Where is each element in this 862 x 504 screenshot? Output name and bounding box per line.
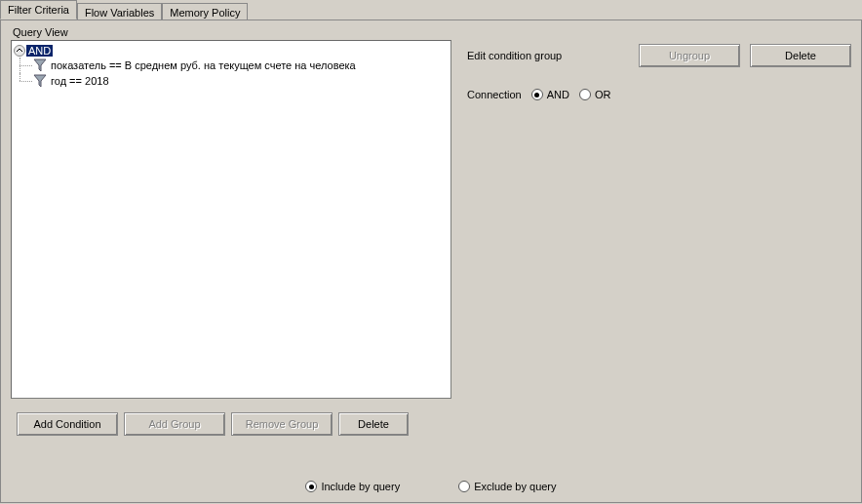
add-group-button: Add Group	[124, 412, 225, 436]
radio-connection-or[interactable]: OR	[579, 89, 611, 100]
connection-label: Connection	[467, 89, 522, 100]
ungroup-button: Ungroup	[639, 44, 740, 67]
radio-dot-icon	[579, 89, 591, 100]
radio-dot-icon	[305, 481, 317, 492]
tab-bar: Filter Criteria Flow Variables Memory Po…	[0, 0, 862, 19]
tree-condition-row[interactable]: показатель == В среднем руб. на текущем …	[12, 58, 451, 73]
radio-dot-icon	[458, 481, 470, 492]
remove-group-button: Remove Group	[231, 412, 333, 436]
tab-flow-variables[interactable]: Flow Variables	[77, 3, 162, 20]
svg-point-0	[15, 45, 25, 56]
filter-panel: Query View AND показат	[0, 19, 862, 503]
radio-include-by-query[interactable]: Include by query	[305, 481, 400, 492]
tree-root-node[interactable]: AND	[12, 43, 451, 58]
radio-or-label: OR	[595, 89, 611, 100]
root-operator-label: AND	[26, 45, 53, 57]
delete-button[interactable]: Delete	[338, 412, 409, 436]
add-condition-button[interactable]: Add Condition	[17, 412, 118, 436]
condition-text: показатель == В среднем руб. на текущем …	[51, 59, 356, 71]
funnel-icon	[33, 74, 47, 88]
radio-and-label: AND	[547, 89, 569, 100]
delete-right-button[interactable]: Delete	[750, 44, 851, 67]
include-label: Include by query	[321, 481, 400, 492]
radio-exclude-by-query[interactable]: Exclude by query	[458, 481, 556, 492]
query-view-label: Query View	[11, 24, 455, 40]
radio-dot-icon	[531, 89, 543, 100]
condition-text: год == 2018	[51, 75, 109, 87]
funnel-icon	[33, 58, 47, 72]
query-tree[interactable]: AND показатель == В среднем руб. на теку…	[11, 40, 451, 399]
tree-condition-row[interactable]: год == 2018	[12, 73, 451, 89]
radio-connection-and[interactable]: AND	[531, 89, 569, 100]
tab-memory-policy[interactable]: Memory Policy	[162, 3, 248, 20]
edit-condition-group-label: Edit condition group	[467, 50, 562, 61]
tab-filter-criteria[interactable]: Filter Criteria	[0, 0, 77, 19]
collapse-icon[interactable]	[14, 45, 25, 57]
exclude-label: Exclude by query	[474, 481, 556, 492]
